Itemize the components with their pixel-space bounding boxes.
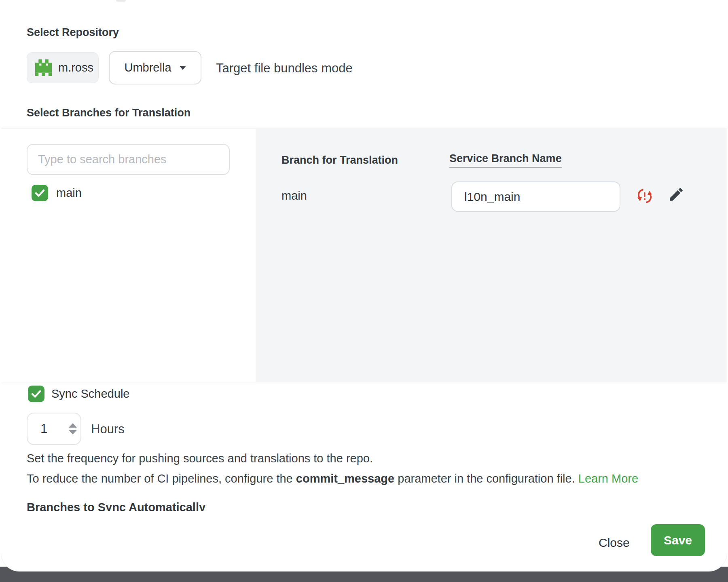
save-button[interactable]: Save bbox=[651, 524, 705, 556]
close-button[interactable]: Close bbox=[593, 533, 635, 553]
repository-name: m.ross bbox=[58, 61, 93, 74]
help-text-prefix: To reduce the number of CI pipelines, co… bbox=[27, 472, 296, 485]
column-header-service-branch: Service Branch Name bbox=[449, 152, 562, 168]
clipped-element-fragment bbox=[116, 0, 126, 2]
branches-to-sync-label: Branches to Sync Automatically bbox=[27, 501, 205, 514]
stepper-arrows[interactable] bbox=[69, 423, 77, 434]
sync-frequency-help-text: Set the frequency for pushing sources an… bbox=[27, 451, 373, 466]
table-row-branch-name: main bbox=[281, 189, 307, 202]
sync-error-icon bbox=[637, 188, 653, 204]
learn-more-link[interactable]: Learn More bbox=[578, 472, 638, 485]
sync-schedule-row[interactable]: Sync Schedule bbox=[28, 386, 129, 402]
column-header-branch: Branch for Translation bbox=[281, 154, 398, 167]
target-mode-text: Target file bundles mode bbox=[216, 61, 353, 76]
repository-identicon-icon bbox=[35, 59, 52, 76]
edit-service-branch-button[interactable] bbox=[666, 184, 686, 205]
sync-error-button[interactable] bbox=[635, 187, 654, 205]
branch-list-item[interactable]: main bbox=[32, 185, 82, 201]
interval-stepper bbox=[27, 413, 81, 445]
section-divider bbox=[1, 382, 727, 382]
branch-search-input[interactable] bbox=[27, 144, 230, 175]
branch-list-item-label: main bbox=[56, 186, 82, 200]
interval-unit-label: Hours bbox=[91, 422, 125, 437]
edit-pencil-icon bbox=[668, 186, 685, 203]
commit-message-param: commit_message bbox=[296, 472, 394, 485]
select-branches-label: Select Branches for Translation bbox=[27, 106, 190, 119]
stepper-down-icon[interactable] bbox=[69, 430, 77, 434]
help-text-suffix: parameter in the configuration file. bbox=[394, 472, 578, 485]
service-branch-name-input[interactable] bbox=[451, 181, 620, 212]
project-dropdown[interactable]: Umbrella bbox=[109, 51, 201, 84]
project-dropdown-value: Umbrella bbox=[124, 61, 171, 74]
repository-settings-modal: Select Repository m.ross Umbrella Target… bbox=[1, 0, 727, 571]
sync-schedule-label: Sync Schedule bbox=[51, 387, 129, 401]
checkmark-icon bbox=[31, 390, 41, 398]
stepper-up-icon[interactable] bbox=[69, 423, 77, 428]
select-repository-label: Select Repository bbox=[27, 26, 119, 39]
repository-chip[interactable]: m.ross bbox=[27, 52, 99, 83]
ci-pipelines-help-text: To reduce the number of CI pipelines, co… bbox=[27, 471, 638, 486]
sync-schedule-checkbox[interactable] bbox=[28, 386, 44, 402]
interval-value-input[interactable] bbox=[28, 421, 69, 436]
checkmark-icon bbox=[35, 189, 45, 197]
chevron-down-icon bbox=[180, 66, 186, 70]
branch-checkbox[interactable] bbox=[32, 185, 48, 201]
